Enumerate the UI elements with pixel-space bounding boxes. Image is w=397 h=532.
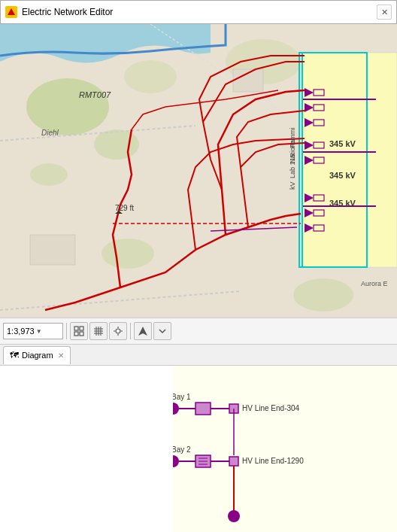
- svg-point-8: [124, 60, 177, 93]
- svg-text:Aurora E: Aurora E: [361, 280, 388, 287]
- svg-point-4: [30, 163, 68, 186]
- dropdown-button[interactable]: [153, 322, 171, 340]
- grid2-icon: [93, 326, 104, 336]
- diagram-area[interactable]: Bay 1 HV Line End-304 Bay 2 HV Line End-…: [0, 366, 397, 532]
- grid-toggle-button[interactable]: [70, 322, 88, 340]
- svg-text:Bay 1: Bay 1: [173, 393, 191, 401]
- svg-text:729 ft: 729 ft: [115, 204, 134, 212]
- svg-rect-79: [229, 457, 238, 466]
- svg-point-2: [26, 78, 109, 135]
- svg-text:HV Line End-304: HV Line End-304: [242, 404, 300, 412]
- svg-marker-66: [138, 327, 147, 336]
- svg-text:HV Line End-1290: HV Line End-1290: [242, 457, 304, 465]
- scale-value: 1:3,973: [7, 327, 35, 336]
- svg-point-83: [228, 510, 240, 522]
- svg-text:Diehl: Diehl: [41, 129, 59, 137]
- svg-rect-51: [74, 327, 78, 330]
- svg-point-5: [102, 239, 154, 269]
- chevron-down-icon: [157, 326, 168, 336]
- diagram-left-panel: [0, 366, 173, 532]
- map-canvas: RMT007 Diehl 729 ft Aurora Branch Aurora…: [0, 24, 397, 318]
- grid2-button[interactable]: [89, 322, 108, 340]
- app-icon: [5, 6, 17, 18]
- title-bar: Electric Network Editor ✕: [0, 0, 397, 24]
- diagram-tab-icon: 🗺: [10, 350, 19, 360]
- settings-button[interactable]: [109, 322, 127, 340]
- tab-close-button[interactable]: ✕: [58, 351, 64, 360]
- svg-rect-54: [80, 332, 83, 336]
- tab-diagram[interactable]: 🗺 Diagram ✕: [3, 346, 71, 364]
- close-button[interactable]: ✕: [377, 5, 392, 20]
- svg-rect-53: [74, 332, 78, 336]
- diagram-canvas[interactable]: Bay 1 HV Line End-304 Bay 2 HV Line End-…: [173, 366, 397, 532]
- svg-text:345 kV: 345 kV: [329, 139, 356, 148]
- bay2-circle: [173, 455, 179, 467]
- svg-text:RMT007: RMT007: [79, 90, 111, 99]
- svg-text:Aurora Branch: Aurora Branch: [18, 317, 68, 318]
- toolbar-sep-2: [130, 323, 131, 339]
- svg-point-61: [116, 329, 120, 333]
- navigate-icon: [138, 326, 148, 336]
- svg-text:Lab 115: Lab 115: [289, 154, 296, 178]
- map-toolbar: 1:3,973 ▼: [0, 318, 397, 345]
- map-area[interactable]: RMT007 Diehl 729 ft Aurora Branch Aurora…: [0, 24, 397, 318]
- tab-diagram-label: Diagram: [22, 351, 53, 360]
- scale-dropdown-arrow: ▼: [36, 328, 42, 335]
- svg-text:345 kV: 345 kV: [329, 199, 356, 208]
- bay1-circle: [173, 403, 179, 415]
- toolbar-sep-1: [66, 323, 67, 339]
- svg-text:345 kV: 345 kV: [329, 171, 356, 180]
- svg-point-3: [94, 129, 139, 160]
- settings-icon: [113, 326, 123, 336]
- scale-selector[interactable]: 1:3,973 ▼: [3, 323, 63, 339]
- svg-point-6: [293, 278, 353, 312]
- svg-rect-14: [301, 53, 397, 267]
- svg-rect-68: [195, 403, 211, 415]
- svg-marker-0: [8, 8, 15, 15]
- grid-icon: [74, 326, 84, 336]
- svg-rect-12: [30, 235, 75, 265]
- svg-text:kV: kV: [289, 181, 296, 190]
- svg-rect-52: [80, 327, 83, 330]
- navigate-button[interactable]: [134, 322, 152, 340]
- tab-bar: 🗺 Diagram ✕: [0, 345, 397, 366]
- svg-text:Bay 2: Bay 2: [173, 445, 191, 454]
- window-title: Electric Network Editor: [22, 7, 372, 17]
- diagram-svg: Bay 1 HV Line End-304 Bay 2 HV Line End-…: [173, 366, 397, 532]
